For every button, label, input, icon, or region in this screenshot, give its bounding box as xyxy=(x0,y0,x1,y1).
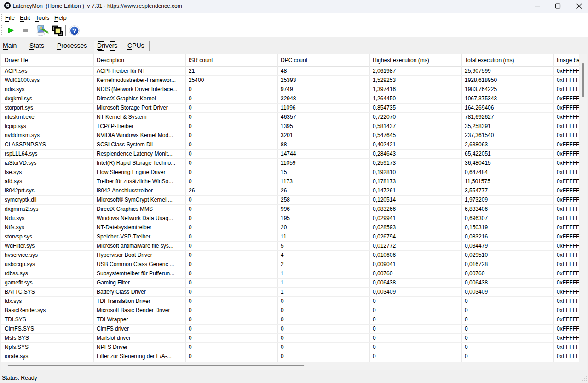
svg-text:?: ? xyxy=(72,27,76,35)
